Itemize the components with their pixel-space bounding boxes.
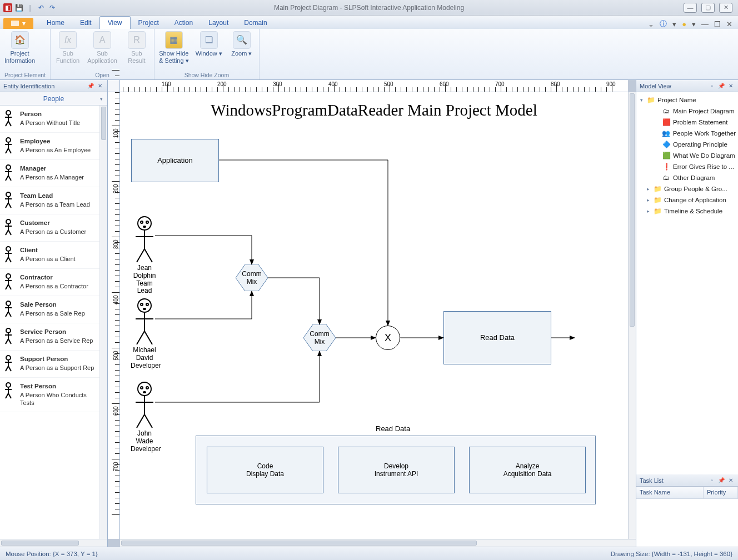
person-icon xyxy=(3,246,16,264)
qat-redo-icon[interactable]: ↷ xyxy=(48,3,57,12)
window-button[interactable]: ❏Window ▾ xyxy=(196,31,222,57)
folder-icon: 📁 xyxy=(653,196,662,204)
canvas-vscroll[interactable] xyxy=(628,92,636,539)
node-x-gateway[interactable]: X xyxy=(376,326,400,350)
restore-icon[interactable]: ❐ xyxy=(714,20,721,28)
canvas-hscroll[interactable] xyxy=(120,539,636,547)
ribbon-group-showhidezoom: ▦Show Hide & Setting ▾ ❏Window ▾ 🔍Zoom ▾… xyxy=(154,29,260,79)
subnode-develop-api[interactable]: Develop Instrument API xyxy=(338,447,455,493)
entity-vscroll[interactable] xyxy=(99,106,107,539)
tab-project[interactable]: Project xyxy=(131,17,167,29)
quick-access-toolbar: ◧ 💾 | ↶ ↷ xyxy=(0,3,60,12)
entity-hscroll-thumb[interactable] xyxy=(1,541,79,546)
qat-undo-icon[interactable]: ↶ xyxy=(37,3,46,12)
svg-point-1 xyxy=(6,138,11,142)
node-read-data[interactable]: Read Data xyxy=(443,311,551,364)
entity-item[interactable]: Sale PersonA Person as a Sale Rep xyxy=(0,296,99,323)
zoom-button[interactable]: 🔍Zoom ▾ xyxy=(229,31,255,57)
fx-icon: fx xyxy=(59,31,77,49)
mv-window-icon[interactable]: ▫ xyxy=(708,82,716,90)
mv-close-icon[interactable]: ✕ xyxy=(727,82,735,90)
entity-item[interactable]: ClientA Person as a Client xyxy=(0,242,99,269)
diagram[interactable]: WindowsProgramDataReader Main Project Mo… xyxy=(120,92,628,539)
node-application[interactable]: Application xyxy=(131,139,219,182)
tree-group[interactable]: ▸📁Timeline & Schedule xyxy=(637,206,737,217)
tree-group[interactable]: ▸📁Group People & Gro... xyxy=(637,183,737,194)
tree-item[interactable]: ❗Error Gives Rise to ... xyxy=(637,161,737,172)
show-hide-setting-button[interactable]: ▦Show Hide & Setting ▾ xyxy=(159,31,189,64)
entity-vscroll-thumb[interactable] xyxy=(101,107,106,140)
stick-john[interactable]: John WadeDeveloper xyxy=(131,381,158,453)
node-comm-mix-2[interactable]: CommMix xyxy=(303,324,336,351)
tab-home[interactable]: Home xyxy=(39,17,72,29)
canvas-viewport[interactable]: WindowsProgramDataReader Main Project Mo… xyxy=(120,92,628,539)
entity-item[interactable]: ContractorA Person as a Contractor xyxy=(0,269,99,296)
tl-window-icon[interactable]: ▫ xyxy=(708,477,716,484)
tl-close-icon[interactable]: ✕ xyxy=(727,477,735,484)
svg-point-20 xyxy=(141,387,143,389)
collapse-ribbon-icon[interactable]: ⌄ xyxy=(648,20,654,28)
task-col-priority[interactable]: Priority xyxy=(704,487,738,498)
folder-icon: 📁 xyxy=(653,207,662,216)
stick-michael[interactable]: Michael DavidDeveloper xyxy=(131,298,158,369)
minimize-button[interactable]: — xyxy=(684,3,697,13)
entity-item[interactable]: Team LeadA Person as a Team Lead xyxy=(0,187,99,214)
svg-point-6 xyxy=(6,274,11,278)
tree-item[interactable]: 🟥Problem Statement xyxy=(637,117,737,128)
tab-layout[interactable]: Layout xyxy=(201,17,236,29)
entity-item[interactable]: Service PersonA Person as a Service Rep xyxy=(0,323,99,351)
svg-point-7 xyxy=(6,301,11,306)
tree-item-icon: 🗂 xyxy=(662,173,671,182)
project-information-button[interactable]: 🏠 Project Information xyxy=(4,31,35,64)
window-title: Main Project Diagram - SLPSoft Interacti… xyxy=(60,4,678,12)
ruler-corner xyxy=(108,80,120,92)
entity-item[interactable]: ManagerA Person as A Manager xyxy=(0,160,99,187)
entity-panel-header: Entity Identification 📌 ✕ xyxy=(0,80,107,92)
entity-item[interactable]: CustomerA Person as a Customer xyxy=(0,214,99,242)
entity-item[interactable]: Support PersonA Person as a Support Rep xyxy=(0,351,99,378)
stick-jean[interactable]: Jean DolphinTeam Lead xyxy=(131,216,158,295)
entity-category-select[interactable]: People xyxy=(0,92,107,106)
maximize-button[interactable]: ▢ xyxy=(701,3,715,13)
tab-action[interactable]: Action xyxy=(167,17,201,29)
close2-icon[interactable]: ✕ xyxy=(726,20,732,28)
entity-item[interactable]: Test PersonA Person Who Conducts Tests xyxy=(0,378,99,412)
dropdown-icon[interactable]: ▾ xyxy=(672,20,676,28)
canvas-vscroll-thumb[interactable] xyxy=(630,93,635,327)
min2-icon[interactable]: — xyxy=(701,20,709,28)
tab-domain[interactable]: Domain xyxy=(236,17,275,29)
file-tab[interactable]: ▾ xyxy=(3,18,33,29)
tab-edit[interactable]: Edit xyxy=(72,17,99,29)
node-comm-mix-1[interactable]: CommMix xyxy=(236,264,268,291)
tree-item[interactable]: 🗂Main Project Diagram xyxy=(637,106,737,117)
svg-point-22 xyxy=(143,391,146,393)
panel-close-icon[interactable]: ✕ xyxy=(96,82,104,90)
tree-item[interactable]: 🟩What We Do Diagram xyxy=(637,150,737,161)
pin-icon[interactable]: 📌 xyxy=(87,82,94,90)
close-button[interactable]: ✕ xyxy=(719,3,732,13)
svg-point-18 xyxy=(143,308,146,310)
subnode-code-display[interactable]: Code Display Data xyxy=(207,447,323,493)
person-icon xyxy=(3,382,16,400)
tree-group[interactable]: ▸📁Change of Application xyxy=(637,194,737,206)
status-dot-icon[interactable]: ● xyxy=(682,20,686,28)
help-icon[interactable]: ⓘ xyxy=(660,19,667,29)
entity-item[interactable]: PersonA Person Without Title xyxy=(0,106,99,133)
model-tree[interactable]: ▾📁Project Name 🗂Main Project Diagram🟥Pro… xyxy=(636,92,738,474)
tree-root[interactable]: ▾📁Project Name xyxy=(637,94,737,106)
tree-item[interactable]: 🔷Operating Principle xyxy=(637,139,737,150)
svg-point-4 xyxy=(6,219,11,224)
tree-item[interactable]: 🗂Other Diagram xyxy=(637,172,737,183)
tl-pin-icon[interactable]: 📌 xyxy=(717,477,725,484)
tab-view[interactable]: View xyxy=(99,16,131,29)
task-col-name[interactable]: Task Name xyxy=(636,487,704,498)
tree-item[interactable]: 👥People Work Together xyxy=(637,128,737,139)
svg-point-15 xyxy=(138,299,151,312)
canvas-hscroll-thumb[interactable] xyxy=(121,541,477,546)
subnode-analyze[interactable]: Analyze Acquisition Data xyxy=(469,447,586,493)
dropdown2-icon[interactable]: ▾ xyxy=(692,20,696,28)
entity-item[interactable]: EmployeeA Person as An Employee xyxy=(0,133,99,160)
entity-hscroll[interactable] xyxy=(0,539,107,547)
qat-save-icon[interactable]: 💾 xyxy=(14,3,23,12)
mv-pin-icon[interactable]: 📌 xyxy=(717,82,725,90)
